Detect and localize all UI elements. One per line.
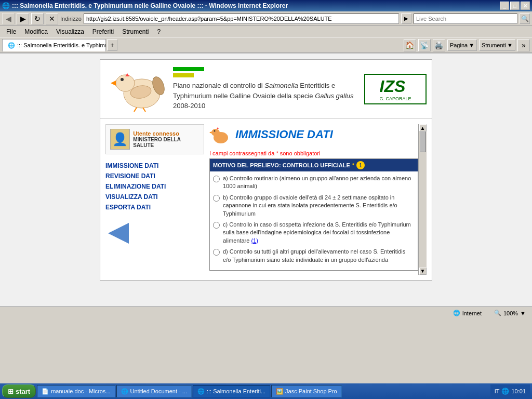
clock: 10:01: [511, 388, 526, 394]
progress-bar-green: [173, 67, 204, 71]
extend-toolbar-button[interactable]: »: [517, 39, 530, 51]
menu-help[interactable]: ?: [153, 27, 165, 36]
nav-menu: IMMISSIONE DATI REVISIONE DATI ELIMINAZI…: [105, 161, 204, 212]
forward-button[interactable]: ▶: [17, 13, 29, 24]
taskbar-item-2[interactable]: 🌐 ::: Salmonella Enteriti...: [193, 385, 270, 397]
progress-bar-yellow: [173, 73, 194, 77]
back-arrow-button[interactable]: [105, 223, 131, 244]
nav-item-esporta[interactable]: ESPORTA DATI: [105, 202, 204, 212]
back-button[interactable]: ◀: [2, 13, 15, 24]
address-bar[interactable]: http://gis2.izs.it:8585/ovaiole_pn/heade…: [84, 14, 399, 24]
tab-area: 🌐 ::: Salmonella Enteritidis. e Typhimur…: [2, 39, 402, 51]
form-note-text2: sono obbligatori: [280, 150, 321, 156]
radio-option-d: d) Controllo su tutti gli altri gruppi d…: [213, 248, 415, 264]
nav-item-immissione[interactable]: IMMISSIONE DATI: [105, 161, 204, 171]
globe-icon: 🌐: [453, 310, 460, 316]
pagina-dropdown[interactable]: Pagina ▼: [447, 39, 477, 51]
nav-link-immissione[interactable]: IMMISSIONE DATI: [105, 162, 158, 169]
radio-d[interactable]: [213, 249, 220, 256]
logo-izs-text: IZS: [379, 77, 411, 96]
nav-link-visualizza[interactable]: VISUALIZZA DATI: [105, 193, 158, 201]
scroll-up-button[interactable]: ▲: [419, 124, 427, 131]
menu-preferiti[interactable]: Preferiti: [88, 27, 118, 36]
minimize-button[interactable]: _: [500, 2, 509, 10]
toolbar-right: 🏠 📡 🖨️ Pagina ▼ Strumenti ▼ »: [404, 39, 530, 51]
taskbar-label-2: ::: Salmonella Enteriti...: [207, 388, 265, 394]
page-header: Piano nazionale di controllo di Salmonel…: [100, 60, 432, 119]
taskbar-item-1[interactable]: 🌐 Untitled Document - ...: [116, 385, 192, 397]
radio-a[interactable]: [213, 176, 220, 182]
taskbar-label-3: Jasc Paint Shop Pro: [285, 388, 337, 394]
start-label: start: [16, 388, 30, 395]
zoom-control[interactable]: 🔍 100% ▼: [490, 310, 530, 316]
menu-modifica[interactable]: Modifica: [20, 27, 52, 36]
section-title: IMMISSIONE DATI: [235, 128, 333, 141]
print-button[interactable]: 🖨️: [433, 39, 445, 51]
nav-link-revisione[interactable]: REVISIONE DATI: [105, 172, 155, 180]
pagina-chevron: ▼: [469, 42, 474, 48]
strumenti-label: Strumenti: [482, 42, 506, 48]
section-chicken-icon: [209, 124, 230, 145]
svg-line-7: [134, 108, 137, 112]
nav-item-visualizza[interactable]: VISUALIZZA DATI: [105, 192, 204, 202]
section-badge: 1: [356, 161, 365, 169]
refresh-button[interactable]: ↻: [31, 13, 44, 24]
page-and-scrollbar: Piano nazionale di controllo di Salmonel…: [0, 54, 532, 307]
stop-button[interactable]: ✕: [46, 13, 58, 24]
vertical-scrollbar[interactable]: ▲ ▼: [418, 124, 427, 275]
radio-option-a: a) Controllo routinario (almeno un grupp…: [213, 175, 415, 191]
menu-file[interactable]: File: [2, 27, 20, 36]
taskbar-item-0[interactable]: 📄 manuale.doc - Micros...: [37, 385, 115, 397]
nav-item-revisione[interactable]: REVISIONE DATI: [105, 171, 204, 181]
sidebar: 👤 Utente connesso MINISTERO DELLA SALUTE…: [105, 124, 204, 275]
nav-link-esporta[interactable]: ESPORTA DATI: [105, 204, 151, 211]
maximize-button[interactable]: □: [510, 2, 520, 10]
footnote-link-c[interactable]: (1): [251, 237, 258, 244]
nav-link-eliminazione[interactable]: ELIMINAZIONE DATI: [105, 183, 166, 190]
taskbar-items: 📄 manuale.doc - Micros... 🌐 Untitled Doc…: [37, 385, 489, 397]
radio-label-b: b) Controllo gruppo di ovaiole dell'età …: [223, 194, 415, 218]
go-button[interactable]: ▶: [401, 14, 411, 24]
tabs-toolbar: 🌐 ::: Salmonella Enteritidis. e Typhimur…: [0, 37, 532, 53]
title-bar: 🌐 ::: Salmonella Enteritidis. e Typhimur…: [0, 0, 532, 11]
taskbar-icon-2: 🌐: [197, 388, 205, 395]
menu-strumenti[interactable]: Strumenti: [118, 27, 153, 36]
svg-marker-11: [209, 131, 211, 134]
search-go-button[interactable]: 🔍: [520, 14, 530, 24]
logo-caporale-text: G. CAPORALE: [379, 96, 411, 101]
scroll-thumb[interactable]: [420, 131, 426, 152]
strumenti-dropdown[interactable]: Strumenti ▼: [479, 39, 515, 51]
form-section-body: a) Controllo routinario (almeno un grupp…: [210, 171, 418, 270]
pagina-label: Pagina: [450, 42, 468, 48]
active-tab[interactable]: 🌐 ::: Salmonella Enteritidis. e Typhimur…: [2, 39, 106, 51]
new-tab-button[interactable]: +: [107, 39, 117, 51]
header-logo: IZS G. CAPORALE: [364, 74, 427, 104]
zoom-icon: 🔍: [494, 310, 501, 316]
ie-icon: 🌐: [2, 2, 10, 9]
radio-c[interactable]: [213, 222, 220, 229]
status-right: 🌐 Internet 🔍 100% ▼: [449, 310, 530, 316]
home-button[interactable]: 🏠: [404, 39, 416, 51]
close-button[interactable]: ✕: [521, 2, 530, 10]
menu-bar: File Modifica Visualizza Preferiti Strum…: [0, 26, 532, 37]
rss-button[interactable]: 📡: [418, 39, 431, 51]
taskbar-item-3[interactable]: 🖼️ Jasc Paint Shop Pro: [271, 385, 342, 397]
start-button[interactable]: ⊞ start: [2, 384, 36, 398]
window-controls: _ □ ✕: [500, 2, 530, 10]
nav-item-eliminazione[interactable]: ELIMINAZIONE DATI: [105, 181, 204, 192]
radio-option-b: b) Controllo gruppo di ovaiole dell'età …: [213, 194, 415, 218]
form-section-header: MOTIVO DEL PRELIEVO: CONTROLLO UFFICIALE…: [210, 159, 418, 171]
radio-label-d: d) Controllo su tutti gli altri gruppi d…: [223, 248, 415, 264]
avatar: 👤: [110, 129, 130, 150]
window-title: ::: Salmonella Enteritidis. e Typhimuriu…: [12, 2, 500, 9]
security-zone: 🌐 Internet: [449, 310, 486, 316]
scroll-down-button[interactable]: ▼: [419, 268, 427, 275]
menu-visualizza[interactable]: Visualizza: [52, 27, 88, 36]
page-content: Piano nazionale di controllo di Salmonel…: [0, 54, 532, 307]
taskbar: ⊞ start 📄 manuale.doc - Micros... 🌐 Unti…: [0, 383, 532, 399]
radio-b[interactable]: [213, 195, 220, 202]
search-input[interactable]: [414, 14, 517, 24]
browser-content-area: Piano nazionale di controllo di Salmonel…: [0, 54, 532, 319]
taskbar-label-1: Untitled Document - ...: [130, 388, 187, 394]
address-label: Indirizzo: [60, 16, 82, 22]
